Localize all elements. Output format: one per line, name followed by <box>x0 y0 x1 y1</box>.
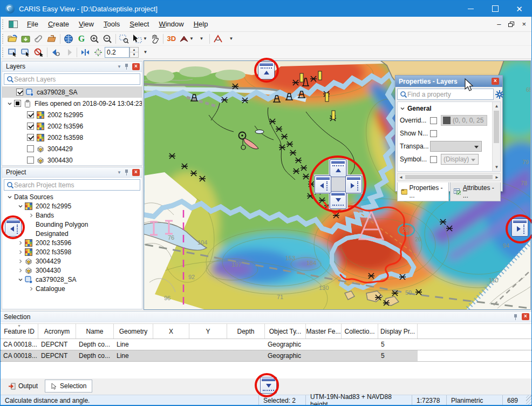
open-project-button[interactable] <box>6 33 19 45</box>
tree-item[interactable]: 3004429 <box>2 256 142 266</box>
checkbox-unchecked[interactable] <box>430 130 437 137</box>
dock-indicator-left[interactable] <box>5 219 22 236</box>
web-map-button[interactable] <box>62 33 75 45</box>
tab-properties[interactable]: Properties - ... <box>397 182 449 201</box>
tree-item[interactable]: 3004430 <box>2 266 142 275</box>
color-field[interactable]: (0, 0, 0, 25 <box>441 115 487 126</box>
mdi-minimize-button[interactable]: – <box>497 21 501 28</box>
gear-icon[interactable] <box>495 89 504 100</box>
status-projection[interactable]: Planimetric <box>446 395 502 405</box>
expander-open-icon[interactable] <box>16 204 25 209</box>
checkbox-checked[interactable] <box>27 134 34 141</box>
dropdown[interactable] <box>430 141 482 152</box>
tree-item[interactable]: Designated <box>2 229 142 238</box>
mdi-restore-button[interactable] <box>508 22 514 27</box>
tree-item[interactable]: Files opened on 2018-09-24 13:04:23 <box>2 98 142 109</box>
tree-item[interactable]: 2002 fs2995 <box>2 109 142 120</box>
next-view-button[interactable] <box>62 46 75 58</box>
expander-closed-icon[interactable] <box>27 286 36 292</box>
checkbox-unchecked[interactable] <box>430 156 437 163</box>
project-search[interactable] <box>4 179 140 191</box>
layers-search[interactable] <box>4 73 140 85</box>
google-earth-button[interactable]: G <box>75 33 88 45</box>
dock-indicator-center-down[interactable] <box>330 191 346 209</box>
mdi-close-button[interactable]: × <box>522 21 526 28</box>
close-icon[interactable]: × <box>522 313 529 320</box>
pan-tool-button[interactable] <box>148 33 161 45</box>
expander-closed-icon[interactable] <box>16 240 25 246</box>
dock-indicator-right[interactable] <box>511 219 528 236</box>
column-header[interactable]: ▼Feature ID <box>1 324 38 339</box>
import-folder-button[interactable] <box>45 33 58 45</box>
select-by-rectangle-button[interactable] <box>6 46 19 58</box>
panel-menu-icon[interactable]: ▼ <box>117 170 121 175</box>
toolbar-grip[interactable] <box>2 48 5 57</box>
checkbox-checked[interactable] <box>27 111 34 118</box>
property-search[interactable] <box>397 89 494 100</box>
north-arrow-button[interactable]: ▼ <box>178 33 195 45</box>
properties-panel-titlebar[interactable]: Properties - Layers × <box>395 76 502 87</box>
pin-icon[interactable] <box>124 169 129 175</box>
property-search-input[interactable] <box>407 91 491 98</box>
dock-indicator-center-right[interactable] <box>345 175 362 193</box>
tree-item[interactable]: Bounding Polygon <box>2 220 142 229</box>
previous-view-button[interactable] <box>49 46 62 58</box>
title-bar[interactable]: CARIS Easy View - [D:\Data\septisle.proj… <box>1 1 531 17</box>
tree-item[interactable]: Bands <box>2 211 142 220</box>
tree-item[interactable]: Catalogue <box>2 284 142 293</box>
select-by-lasso-button[interactable] <box>19 46 32 58</box>
expander-open-icon[interactable] <box>16 277 25 282</box>
toolbar2-overflow-icon[interactable]: ▼ <box>139 46 152 58</box>
expander-closed-icon[interactable] <box>16 249 25 255</box>
dock-indicator-top[interactable] <box>258 62 275 79</box>
checkbox-unchecked[interactable] <box>27 157 34 164</box>
tree-item[interactable]: 3004430 <box>2 154 142 166</box>
tolerance-input[interactable] <box>105 47 129 58</box>
menu-window[interactable]: Window <box>154 18 188 30</box>
menu-help[interactable]: Help <box>189 18 213 30</box>
tree-item[interactable]: 3004429 <box>2 143 142 154</box>
tree-item[interactable]: 2002 fs3598 <box>2 247 142 256</box>
tolerance-stepper[interactable]: ▲▼ <box>129 47 139 58</box>
expander-open-icon[interactable] <box>400 106 405 111</box>
zoom-area-button[interactable] <box>118 33 131 45</box>
menu-view[interactable]: View <box>74 18 99 30</box>
close-icon[interactable]: × <box>132 63 140 70</box>
checkbox-partial[interactable] <box>14 100 21 107</box>
tab-attributes[interactable]: Attributes - ... <box>450 182 501 201</box>
toolbar-grip[interactable] <box>2 34 5 44</box>
panel-menu-icon[interactable]: ▼ <box>117 64 121 69</box>
dock-indicator-center-left[interactable] <box>315 175 331 193</box>
column-header[interactable]: Master Fe... <box>306 324 342 339</box>
layers-panel-header[interactable]: Layers ▼ × <box>2 62 142 72</box>
expander-open-icon[interactable] <box>5 101 14 106</box>
status-scale[interactable]: 1:72378 <box>412 395 446 405</box>
expander-open-icon[interactable] <box>5 194 14 200</box>
expander-closed-icon[interactable] <box>16 259 25 264</box>
pin-icon[interactable] <box>124 63 129 70</box>
toolbar-overflow-icon[interactable]: ▼ <box>195 33 208 45</box>
zoom-in-button[interactable] <box>88 33 101 45</box>
view-3d-button[interactable]: 3D <box>165 33 178 45</box>
flip-view-button[interactable] <box>79 46 92 58</box>
checkbox-unchecked[interactable] <box>430 117 437 124</box>
checkbox-unchecked[interactable] <box>27 145 34 152</box>
menu-select[interactable]: Select <box>125 18 154 30</box>
dropdown[interactable]: (Display) <box>441 154 479 165</box>
table-row[interactable]: CA 00018...DEPCNTDepth co...LineGeograph… <box>1 350 532 362</box>
property-row[interactable]: Transpa... <box>398 140 500 153</box>
dock-indicator-bottom[interactable] <box>260 377 277 394</box>
menu-file[interactable]: File <box>22 18 43 30</box>
checkbox-checked[interactable] <box>16 89 23 96</box>
property-row[interactable]: Show N... <box>398 127 500 140</box>
measure-overflow-icon[interactable]: ▼ <box>224 33 237 45</box>
layers-search-input[interactable] <box>14 76 138 83</box>
column-header[interactable]: Object Ty... <box>265 324 306 339</box>
status-crs[interactable]: UTM-19N-Nad83 + NAVD88 height <box>305 395 412 405</box>
tree-item[interactable]: ca379028_SA <box>2 275 142 284</box>
property-row[interactable]: Symbol... (Display) <box>398 153 500 166</box>
column-header[interactable]: Collectio... <box>342 324 378 339</box>
column-header[interactable]: Name <box>76 324 114 339</box>
resize-grip[interactable] <box>526 395 532 405</box>
tab-selection[interactable]: Selection <box>45 380 92 393</box>
